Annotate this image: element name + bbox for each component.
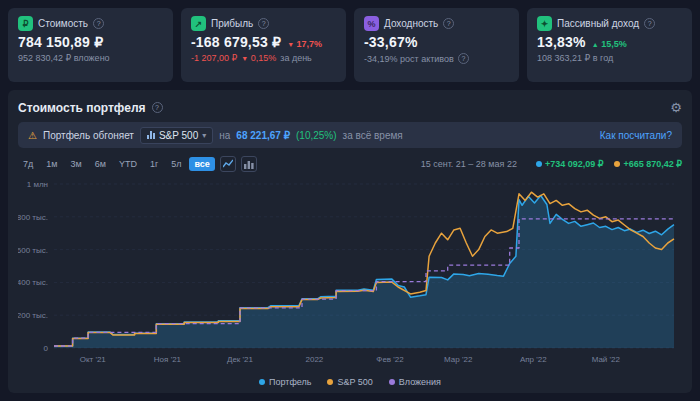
stat-cards-row: ₽ Стоимость ? 784 150,89 ₽ 952 830,42 ₽ …: [8, 8, 692, 82]
daily-change-value: -1 207,00 ₽: [191, 53, 237, 63]
card-value-row: 13,83% ▲ 15,5%: [537, 34, 682, 50]
arrow-down-icon: ▼: [241, 55, 248, 62]
card-head: ↗ Прибыль ?: [191, 16, 336, 31]
help-icon[interactable]: ?: [644, 18, 655, 29]
daily-change-percent-value: 0,15%: [251, 53, 277, 63]
how-calculated-link[interactable]: Как посчитали?: [600, 130, 672, 141]
chart-canvas[interactable]: 1 млн800 тыс.600 тыс.400 тыс.200 тыс.0Ок…: [18, 176, 682, 368]
gear-icon[interactable]: ⚙: [670, 100, 682, 115]
dashboard-page: ₽ Стоимость ? 784 150,89 ₽ 952 830,42 ₽ …: [0, 0, 700, 401]
stat-card-passive-income: ✦ Пассивный доход ? 13,83% ▲ 15,5% 108 3…: [527, 8, 692, 82]
svg-text:Фев '22: Фев '22: [376, 355, 404, 364]
card-subtitle: 108 363,21 ₽ в год: [537, 53, 682, 63]
benchmark-label: S&P 500: [159, 130, 198, 141]
card-title: Прибыль: [211, 18, 253, 29]
chevron-down-icon: ▾: [202, 131, 206, 140]
help-icon[interactable]: ?: [93, 18, 104, 29]
card-head: ✦ Пассивный доход ?: [537, 16, 682, 31]
range-button-1m[interactable]: 1м: [41, 157, 62, 171]
bar-chart-toggle-button[interactable]: [241, 156, 257, 172]
date-range-label: 15 сент. 21 – 28 мая 22: [421, 159, 517, 169]
range-button-ytd[interactable]: YTD: [114, 157, 142, 171]
svg-text:800 тыс.: 800 тыс.: [18, 213, 48, 222]
legend-label: Портфель: [269, 377, 311, 387]
svg-text:0: 0: [44, 344, 49, 353]
banner-percent: (10,25%): [296, 130, 337, 141]
chart-legend: Портфель S&P 500 Вложения: [18, 375, 682, 387]
svg-text:Окт '21: Окт '21: [80, 355, 107, 364]
banner-prefix: Портфель обгоняет: [43, 130, 134, 141]
line-chart-icon: [223, 159, 233, 169]
stat-card-yield: % Доходность ? -33,67% -34,19% рост акти…: [354, 8, 519, 82]
ruble-icon: ₽: [18, 16, 33, 31]
banner-suffix: за всё время: [343, 130, 403, 141]
range-button-1y[interactable]: 1г: [145, 157, 163, 171]
legend-item-portfolio[interactable]: Портфель: [259, 377, 311, 387]
panel-header: Стоимость портфеля ? ⚙: [18, 100, 682, 115]
svg-text:Мар '22: Мар '22: [444, 355, 473, 364]
daily-change-suffix: за день: [280, 53, 312, 63]
card-subtitle-text: -34,19% рост активов: [364, 54, 454, 64]
range-button-all[interactable]: все: [189, 157, 214, 171]
invested-dot-icon: [389, 379, 395, 385]
help-icon[interactable]: ?: [443, 18, 454, 29]
portfolio-dot-icon: [536, 161, 542, 167]
profit-icon: ↗: [191, 16, 206, 31]
card-title: Стоимость: [38, 18, 88, 29]
svg-text:400 тыс.: 400 тыс.: [18, 278, 48, 287]
card-delta: ▲ 15,5%: [592, 39, 627, 49]
card-subtitle: 952 830,42 ₽ вложено: [18, 53, 163, 63]
svg-text:Май '22: Май '22: [592, 355, 621, 364]
card-value: 13,83%: [537, 34, 586, 50]
panel-title: Стоимость портфеля: [18, 101, 146, 115]
svg-text:Дек '21: Дек '21: [227, 355, 254, 364]
passive-income-icon: ✦: [537, 16, 552, 31]
card-head: ₽ Стоимость ?: [18, 16, 163, 31]
arrow-up-icon: ▲: [592, 41, 599, 48]
svg-text:Апр '22: Апр '22: [520, 355, 547, 364]
card-value: 784 150,89 ₽: [18, 34, 103, 50]
benchmark-delta-value: +665 870,42 ₽: [623, 159, 682, 169]
card-value-row: 784 150,89 ₽: [18, 34, 163, 50]
benchmark-select[interactable]: S&P 500 ▾: [140, 127, 213, 144]
banner-amount: 68 221,67 ₽: [236, 130, 290, 141]
portfolio-value-panel: Стоимость портфеля ? ⚙ ⚠ Портфель обгоня…: [8, 90, 692, 393]
portfolio-period-delta: +734 092,09 ₽: [536, 159, 604, 169]
legend-label: Вложения: [399, 377, 441, 387]
help-icon[interactable]: ?: [258, 18, 269, 29]
sp500-dot-icon: [327, 379, 333, 385]
card-delta: ▼ 17,7%: [287, 39, 322, 49]
svg-text:1 млн: 1 млн: [27, 180, 48, 189]
card-subtitle-text: 952 830,42 ₽ вложено: [18, 53, 110, 63]
card-subtitle-text: 108 363,21 ₽ в год: [537, 53, 613, 63]
legend-item-sp500[interactable]: S&P 500: [327, 377, 372, 387]
benchmark-period-delta: +665 870,42 ₽: [614, 159, 682, 169]
portfolio-delta-value: +734 092,09 ₽: [545, 159, 604, 169]
bar-chart-icon: [244, 159, 254, 169]
card-subtitle: -34,19% рост активов ?: [364, 53, 509, 64]
card-delta-value: 15,5%: [601, 39, 627, 49]
range-button-6m[interactable]: 6м: [90, 157, 111, 171]
legend-item-invested[interactable]: Вложения: [389, 377, 441, 387]
warning-icon: ⚠: [28, 130, 37, 141]
banner-mid: на: [219, 130, 230, 141]
range-button-5y[interactable]: 5л: [166, 157, 186, 171]
bar-chart-icon: [147, 131, 155, 139]
stat-card-profit: ↗ Прибыль ? -168 679,53 ₽ ▼ 17,7% -1 207…: [181, 8, 346, 82]
daily-change-percent: ▼ 0,15%: [241, 53, 276, 63]
card-value: -33,67%: [364, 34, 418, 50]
stat-card-value: ₽ Стоимость ? 784 150,89 ₽ 952 830,42 ₽ …: [8, 8, 173, 82]
card-title: Доходность: [384, 18, 438, 29]
card-head: % Доходность ?: [364, 16, 509, 31]
card-title: Пассивный доход: [557, 18, 639, 29]
help-icon[interactable]: ?: [458, 53, 469, 64]
card-delta-value: 17,7%: [297, 39, 323, 49]
legend-label: S&P 500: [337, 377, 372, 387]
portfolio-chart[interactable]: 1 млн800 тыс.600 тыс.400 тыс.200 тыс.0Ок…: [18, 176, 682, 375]
range-button-7d[interactable]: 7д: [18, 157, 38, 171]
help-icon[interactable]: ?: [152, 102, 163, 113]
svg-text:200 тыс.: 200 тыс.: [18, 311, 48, 320]
range-button-3m[interactable]: 3м: [65, 157, 86, 171]
arrow-down-icon: ▼: [287, 41, 294, 48]
line-chart-toggle-button[interactable]: [220, 156, 236, 172]
